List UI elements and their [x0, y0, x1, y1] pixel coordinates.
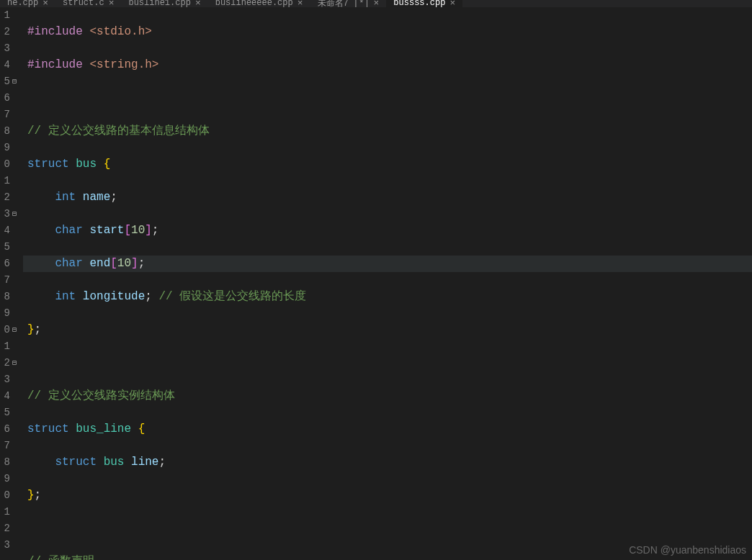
tab-bar: ne.cpp× struct.c× busline1.cpp× buslinee…: [0, 0, 752, 7]
tab-file[interactable]: 未命名7 [*]×: [310, 0, 387, 7]
close-icon[interactable]: ×: [297, 0, 303, 7]
close-icon[interactable]: ×: [109, 0, 115, 7]
code-area[interactable]: #include <stdio.h> #include <string.h> /…: [23, 7, 752, 560]
tab-file[interactable]: struct.c×: [55, 0, 121, 7]
close-icon[interactable]: ×: [42, 0, 48, 7]
close-icon[interactable]: ×: [195, 0, 201, 7]
close-icon[interactable]: ×: [374, 0, 380, 7]
tab-file-active[interactable]: bussss.cpp×: [386, 0, 462, 7]
watermark: CSDN @yuanbenshidiaos: [629, 544, 746, 556]
fold-gutter: ⊟ ⊟ ⊟ ⊟: [12, 7, 23, 560]
close-icon[interactable]: ×: [449, 0, 455, 7]
tab-file[interactable]: busline1.cpp×: [121, 0, 207, 7]
line-number-gutter: 123456789012345678901234567890123: [0, 7, 12, 560]
tab-file[interactable]: ne.cpp×: [0, 0, 55, 7]
fold-toggle-icon[interactable]: ⊟: [12, 322, 17, 338]
fold-toggle-icon[interactable]: ⊟: [12, 206, 17, 222]
fold-toggle-icon[interactable]: ⊟: [12, 73, 17, 90]
fold-toggle-icon[interactable]: ⊟: [12, 355, 17, 371]
code-editor[interactable]: 123456789012345678901234567890123 ⊟ ⊟ ⊟ …: [0, 7, 752, 560]
tab-file[interactable]: buslineeeee.cpp×: [208, 0, 310, 7]
